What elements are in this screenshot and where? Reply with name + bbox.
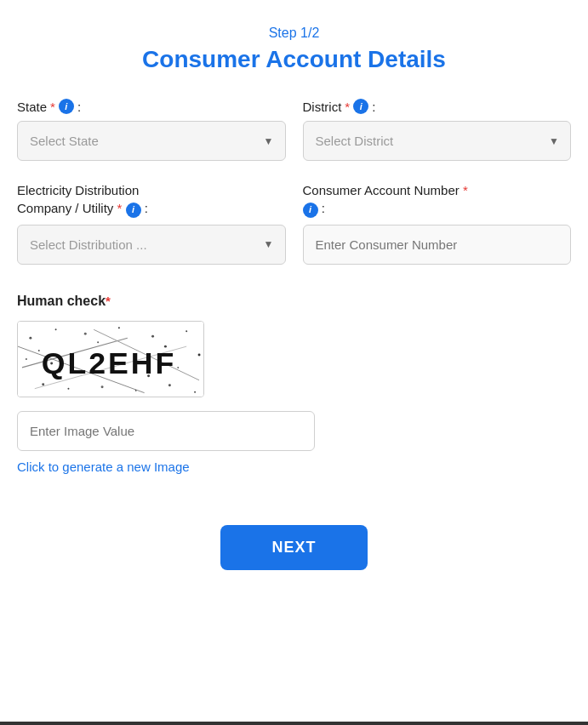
next-button[interactable]: NEXT	[220, 525, 367, 570]
district-select-wrapper: Select District ▼	[303, 121, 572, 161]
electricity-select[interactable]: Select Distribution ...	[17, 225, 286, 265]
svg-point-15	[177, 367, 179, 368]
state-group: State * i : Select State ▼	[17, 99, 286, 161]
svg-point-19	[97, 341, 99, 343]
state-required-star: *	[50, 100, 55, 114]
svg-point-1	[29, 336, 31, 339]
svg-point-12	[194, 391, 196, 392]
state-select-wrapper: Select State ▼	[17, 121, 286, 161]
svg-point-5	[151, 334, 154, 337]
electricity-required-star: *	[117, 201, 123, 215]
district-label: District * i :	[303, 99, 572, 114]
svg-point-2	[55, 328, 57, 330]
svg-point-11	[168, 384, 171, 386]
svg-point-7	[42, 383, 44, 385]
human-check-label: Human check*	[17, 294, 571, 309]
svg-text:QL2EHF: QL2EHF	[42, 346, 177, 380]
consumer-required-star: *	[463, 183, 468, 197]
svg-point-13	[26, 358, 27, 360]
svg-point-6	[186, 330, 187, 332]
captcha-svg: QL2EHF	[18, 321, 203, 397]
bottom-divider	[0, 722, 588, 725]
svg-point-8	[67, 387, 69, 389]
next-button-container: NEXT	[17, 525, 571, 570]
state-info-icon[interactable]: i	[59, 99, 74, 114]
electricity-info-icon[interactable]: i	[126, 203, 141, 218]
consumer-account-label: Consumer Account Number * i :	[303, 181, 572, 218]
consumer-account-input[interactable]	[303, 225, 572, 265]
step-label: Step 1/2	[269, 26, 320, 41]
electricity-label: Electricity Distribution Company / Utili…	[17, 181, 286, 218]
state-label: State * i :	[17, 99, 286, 114]
district-required-star: *	[345, 100, 350, 114]
svg-point-9	[101, 385, 104, 388]
human-check-section: Human check*	[17, 294, 571, 508]
svg-point-17	[38, 350, 40, 351]
consumer-account-group: Consumer Account Number * i :	[303, 181, 572, 265]
electricity-group: Electricity Distribution Company / Utili…	[17, 181, 286, 265]
district-group: District * i : Select District ▼	[303, 99, 572, 161]
human-check-required-star: *	[106, 294, 111, 308]
district-select[interactable]: Select District	[303, 121, 572, 161]
consumer-info-icon[interactable]: i	[303, 203, 318, 218]
regenerate-captcha-link[interactable]: Click to generate a new Image	[17, 460, 190, 474]
state-select[interactable]: Select State	[17, 121, 286, 161]
page-title: Consumer Account Details	[142, 46, 446, 73]
svg-point-16	[198, 353, 201, 356]
electricity-select-wrapper: Select Distribution ... ▼	[17, 225, 286, 265]
svg-point-4	[118, 327, 120, 328]
captcha-input[interactable]	[17, 411, 315, 451]
svg-point-3	[84, 332, 87, 334]
captcha-image: QL2EHF	[17, 321, 204, 397]
district-info-icon[interactable]: i	[353, 99, 368, 114]
